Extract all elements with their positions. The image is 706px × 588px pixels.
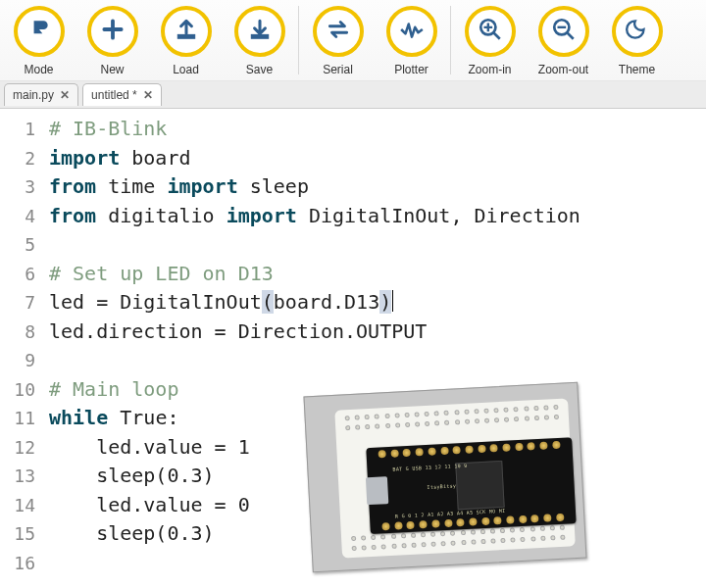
- line-number: 11: [0, 404, 35, 433]
- toolbar-item-zoom-in: Zoom-in: [453, 6, 527, 76]
- zoom-in-icon: [478, 17, 503, 46]
- token-name: ): [203, 521, 215, 545]
- line-number: 15: [0, 519, 35, 549]
- token-num: 0: [238, 493, 250, 516]
- tab-main-py[interactable]: main.py✕: [4, 83, 78, 106]
- code-area[interactable]: # IB-Blinkimport boardfrom time import s…: [43, 109, 706, 577]
- token-par: ): [379, 290, 391, 314]
- code-line[interactable]: import board: [49, 144, 706, 173]
- token-kw: from: [49, 174, 96, 198]
- toolbar-item-mode: Mode: [2, 6, 76, 76]
- save-button[interactable]: [234, 6, 285, 57]
- close-icon[interactable]: ✕: [143, 88, 153, 102]
- token-com: # IB-Blink: [49, 117, 167, 140]
- zoom-in-button[interactable]: [465, 6, 516, 57]
- line-number: 5: [0, 230, 35, 260]
- toolbar-label: Theme: [619, 63, 655, 76]
- line-number: 8: [0, 318, 35, 347]
- token-kw: import: [167, 174, 237, 198]
- save-icon: [247, 17, 273, 46]
- tab-label: untitled *: [91, 88, 137, 102]
- zoom-out-icon: [551, 17, 577, 46]
- load-button[interactable]: [161, 6, 212, 57]
- toolbar-separator: [450, 6, 451, 74]
- token-num: 0.3: [167, 464, 202, 487]
- tab-untitled-[interactable]: untitled *✕: [82, 83, 162, 106]
- token-par: (: [262, 290, 274, 314]
- code-line[interactable]: from digitalio import DigitalInOut, Dire…: [49, 202, 706, 231]
- toolbar-label: Zoom-out: [538, 63, 588, 76]
- code-line[interactable]: led = DigitalInOut(board.D13): [49, 288, 706, 318]
- theme-icon: [625, 17, 650, 46]
- svg-rect-0: [177, 34, 194, 38]
- token-name: True:: [108, 406, 178, 429]
- toolbar-item-load: Load: [149, 6, 223, 76]
- plotter-icon: [399, 17, 425, 46]
- line-gutter: 12345678910111213141516: [0, 109, 43, 577]
- line-number: 1: [0, 115, 35, 144]
- plotter-button[interactable]: [386, 6, 437, 57]
- line-number: 9: [0, 346, 35, 375]
- toolbar-item-zoom-out: Zoom-out: [527, 6, 600, 76]
- token-name: time: [96, 174, 167, 198]
- mode-icon: [26, 17, 52, 46]
- token-name: sleep(: [49, 464, 167, 487]
- token-num: 0.3: [167, 521, 202, 545]
- token-name: DigitalInOut, Direction: [297, 204, 580, 227]
- toolbar-item-save: Save: [223, 6, 296, 76]
- line-number: 12: [0, 433, 35, 463]
- new-button[interactable]: [87, 6, 138, 57]
- line-number: 16: [0, 549, 35, 578]
- token-num: 1: [238, 435, 250, 459]
- code-line[interactable]: # IB-Blink: [49, 115, 706, 144]
- theme-button[interactable]: [612, 6, 663, 57]
- mode-button[interactable]: [14, 6, 65, 57]
- token-kw: import: [49, 146, 120, 170]
- serial-button[interactable]: [313, 6, 364, 57]
- token-name: board: [120, 146, 190, 170]
- load-icon: [174, 17, 199, 46]
- token-name: digitalio: [96, 204, 226, 227]
- line-number: 4: [0, 202, 35, 231]
- tab-label: main.py: [13, 88, 54, 102]
- token-name: board.D13: [274, 290, 379, 314]
- toolbar-label: Zoom-in: [468, 63, 511, 76]
- token-com: # Set up LED on D13: [49, 262, 274, 285]
- code-line[interactable]: led.direction = Direction.OUTPUT: [49, 318, 706, 347]
- microcontroller-image: BAT G USB 13 12 11 10 9 ItsyBitsy R G 0 …: [303, 382, 586, 572]
- toolbar-item-serial: Serial: [301, 6, 375, 76]
- token-kw: from: [49, 204, 96, 227]
- code-line[interactable]: from time import sleep: [49, 172, 706, 202]
- zoom-out-button[interactable]: [538, 6, 589, 57]
- code-line[interactable]: [49, 346, 706, 375]
- new-icon: [100, 17, 126, 46]
- toolbar-item-theme: Theme: [600, 6, 674, 76]
- token-name: led = DigitalInOut: [49, 290, 262, 314]
- toolbar-item-new: New: [76, 6, 149, 76]
- line-number: 13: [0, 462, 35, 491]
- serial-icon: [326, 17, 351, 46]
- token-name: sleep(: [49, 521, 167, 545]
- token-com: # Main loop: [49, 377, 178, 401]
- token-name: ): [203, 464, 215, 487]
- line-number: 2: [0, 144, 35, 173]
- token-kw: while: [49, 406, 108, 429]
- toolbar-separator: [298, 6, 299, 74]
- code-line[interactable]: # Set up LED on D13: [49, 260, 706, 289]
- toolbar-label: Load: [173, 63, 199, 76]
- toolbar-label: Mode: [24, 63, 53, 76]
- toolbar: ModeNewLoadSaveSerialPlotterZoom-inZoom-…: [0, 0, 706, 81]
- toolbar-label: New: [100, 63, 124, 76]
- toolbar-item-plotter: Plotter: [375, 6, 448, 76]
- toolbar-label: Save: [246, 63, 273, 76]
- token-name: sleep: [238, 174, 309, 198]
- line-number: 3: [0, 172, 35, 202]
- line-number: 14: [0, 491, 35, 520]
- tab-bar: main.py✕untitled *✕: [0, 81, 706, 109]
- svg-rect-1: [251, 34, 268, 38]
- code-line[interactable]: [49, 230, 706, 260]
- token-name: led.value =: [49, 493, 238, 516]
- close-icon[interactable]: ✕: [60, 88, 70, 102]
- toolbar-label: Plotter: [394, 63, 429, 76]
- token-name: led.value =: [49, 435, 238, 459]
